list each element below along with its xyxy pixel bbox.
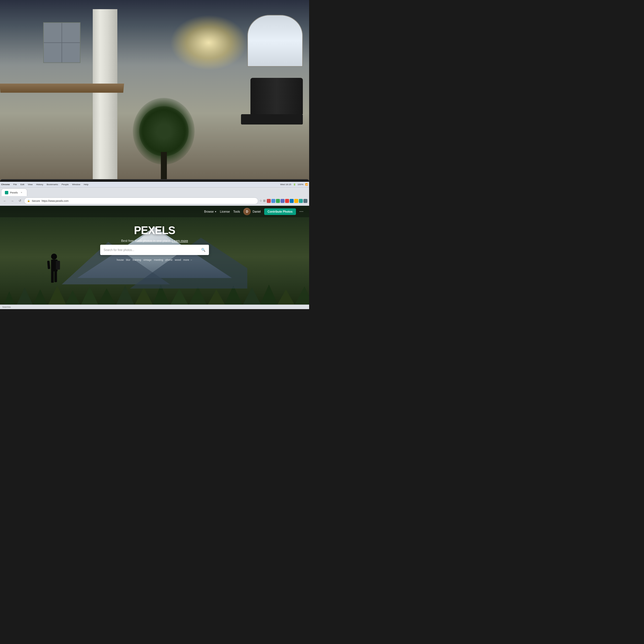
status-text: Searches: [2, 306, 11, 308]
tag-vintage[interactable]: vintage: [143, 258, 152, 261]
office-background: [0, 0, 309, 185]
nav-more-button[interactable]: ⋯: [299, 209, 303, 214]
search-placeholder: Search for free photos...: [104, 248, 199, 252]
svg-rect-26: [51, 271, 54, 283]
battery-percent: 100%: [298, 183, 303, 186]
tools-nav-item[interactable]: Tools: [233, 210, 240, 213]
ext-pdf-icon[interactable]: [285, 199, 289, 203]
bookmark-icons: ☆ ⊞: [259, 199, 266, 203]
menu-window[interactable]: Window: [72, 183, 80, 186]
user-name: Daniel: [252, 210, 260, 213]
user-nav-item[interactable]: D Daniel: [243, 208, 260, 215]
menu-file[interactable]: File: [13, 183, 17, 186]
ext-todoist-icon[interactable]: [280, 199, 285, 203]
learn-more-link[interactable]: Learn more: [172, 239, 188, 242]
active-tab[interactable]: Pexels ×: [1, 189, 27, 196]
menu-people[interactable]: People: [62, 183, 69, 186]
url-bar[interactable]: 🔒 Secure https://www.pexels.com: [24, 197, 258, 204]
search-tags: house blur training vintage meeting phon…: [117, 258, 193, 261]
extension-icons: [267, 199, 307, 203]
secure-label: Secure: [32, 199, 40, 202]
window-left: [43, 22, 80, 63]
pexels-website: Browse ▼ License Tools D Daniel Contribu…: [0, 206, 309, 309]
browse-nav-item[interactable]: Browse ▼: [204, 210, 216, 213]
monitor-bezel: Chrome File Edit View History Bookmarks …: [0, 179, 309, 309]
battery-icon: 🔋: [293, 183, 296, 186]
system-menubar: Chrome File Edit View History Bookmarks …: [0, 182, 309, 187]
back-button[interactable]: ←: [2, 198, 8, 204]
license-nav-item[interactable]: License: [220, 210, 230, 213]
ext-gdrive-icon[interactable]: [271, 199, 275, 203]
app-name-label: Chrome: [1, 183, 10, 186]
status-bar: Searches: [0, 305, 309, 309]
menu-view[interactable]: View: [28, 183, 33, 186]
tag-meeting[interactable]: meeting: [154, 258, 163, 261]
pexels-nav: Browse ▼ License Tools D Daniel Contribu…: [0, 206, 309, 217]
ext-misc-icon[interactable]: [303, 199, 307, 203]
user-avatar: D: [243, 208, 251, 215]
search-bar[interactable]: Search for free photos... 🔍: [100, 245, 209, 255]
search-more-link[interactable]: more →: [183, 258, 192, 261]
menu-history[interactable]: History: [36, 183, 43, 186]
svg-rect-27: [54, 271, 57, 282]
hero-tagline: Best free stock photos in one place. Lea…: [121, 239, 188, 242]
tag-training[interactable]: training: [133, 258, 141, 261]
ext-gmail-icon[interactable]: [267, 199, 271, 203]
window-right: [247, 15, 303, 67]
contribute-photos-button[interactable]: Contribute Photos: [264, 208, 296, 215]
tag-house[interactable]: house: [117, 258, 124, 261]
forward-button[interactable]: →: [9, 198, 15, 204]
tag-wood[interactable]: wood: [175, 258, 181, 261]
menu-edit[interactable]: Edit: [20, 183, 24, 186]
refresh-button[interactable]: ↺: [17, 198, 23, 204]
table: [0, 84, 124, 93]
menubar-right: Wed 16:15 🔋 100% 📶: [280, 183, 308, 186]
ext-1password-icon[interactable]: [290, 199, 294, 203]
browser-toolbar: ← → ↺ 🔒 Secure https://www.pexels.com ☆ …: [0, 196, 309, 206]
ext-sheets-icon[interactable]: [294, 199, 298, 203]
tab-favicon: [5, 191, 8, 194]
secure-icon: 🔒: [27, 199, 30, 202]
time-display: Wed 16:15: [280, 183, 291, 186]
menu-bookmarks[interactable]: Bookmarks: [47, 183, 58, 186]
chair: [241, 78, 303, 130]
plant: [148, 102, 179, 185]
office-pillar: [93, 9, 117, 185]
tag-phone[interactable]: phone: [165, 258, 173, 261]
browse-dropdown-arrow: ▼: [215, 211, 217, 213]
ext-medium-icon[interactable]: [299, 199, 303, 203]
pexels-brand: PEXELS: [134, 224, 175, 237]
wifi-icon: 📶: [305, 183, 308, 186]
extensions-icon[interactable]: ⊞: [263, 199, 266, 203]
window-glow: [170, 15, 247, 70]
menu-help[interactable]: Help: [84, 183, 88, 186]
hero-content: PEXELS Best free stock photos in one pla…: [0, 219, 309, 267]
search-icon: 🔍: [201, 248, 206, 252]
tab-bar: Pexels ×: [0, 187, 309, 196]
tab-title: Pexels: [10, 191, 18, 194]
bookmark-star-icon[interactable]: ☆: [259, 199, 262, 203]
browser-screen: Chrome File Edit View History Bookmarks …: [0, 182, 309, 309]
tab-close-button[interactable]: ×: [19, 191, 23, 195]
url-text: https://www.pexels.com: [42, 199, 69, 202]
hero-section: Browse ▼ License Tools D Daniel Contribu…: [0, 206, 309, 309]
tag-blur[interactable]: blur: [126, 258, 130, 261]
ext-calendar-icon[interactable]: [276, 199, 280, 203]
